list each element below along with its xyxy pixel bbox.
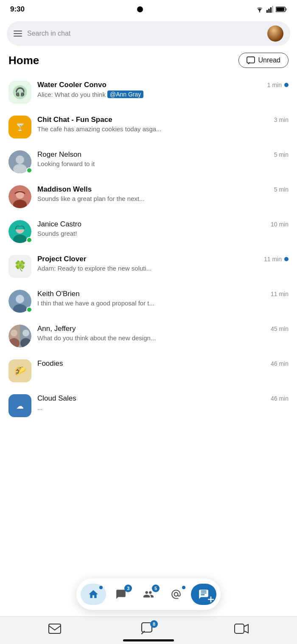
chat-item-water-cooler[interactable]: 🎧 Water Cooler Convo 1 min Alice: What d… bbox=[0, 75, 297, 110]
chat-item-chit-chat[interactable]: 🍸 Chit Chat - Fun Space 3 min The cafe h… bbox=[0, 110, 297, 144]
chat-item-ann-jeffery[interactable]: Ann, Jeffery 45 min What do you think ab… bbox=[0, 319, 297, 353]
chat-name: Water Cooler Convo bbox=[37, 81, 264, 89]
svg-text:🍸: 🍸 bbox=[16, 123, 25, 132]
chat-name: Maddison Wells bbox=[37, 185, 271, 194]
chat-name: Project Clover bbox=[37, 255, 261, 263]
user-avatar[interactable] bbox=[267, 25, 283, 42]
chat-time: 46 min bbox=[271, 395, 289, 402]
nav-people[interactable]: 5 bbox=[136, 584, 161, 605]
chat-avatar-cloud-sales: ☁ bbox=[8, 394, 31, 417]
signal-icon bbox=[266, 6, 273, 13]
unread-label: Unread bbox=[258, 56, 280, 64]
online-indicator bbox=[26, 167, 32, 173]
svg-point-24 bbox=[16, 295, 24, 303]
bottom-video[interactable] bbox=[234, 624, 249, 634]
online-indicator bbox=[26, 237, 32, 243]
home-indicator bbox=[123, 639, 174, 641]
chat-time: 5 min bbox=[274, 151, 289, 158]
bottom-mail[interactable] bbox=[48, 624, 61, 634]
page-title: Home bbox=[8, 54, 39, 67]
chat-content-cloud-sales: Cloud Sales 46 min ... bbox=[37, 394, 289, 411]
chat-preview: ... bbox=[37, 404, 289, 411]
status-icons bbox=[255, 6, 287, 13]
chat-preview: Looking forward to it bbox=[37, 160, 289, 167]
battery-icon bbox=[276, 6, 287, 12]
chat-content-janice: Janice Castro 10 min Sounds great! bbox=[37, 220, 289, 237]
unread-dot bbox=[284, 83, 289, 87]
chat-avatar-clover: 🍀 bbox=[8, 255, 31, 278]
chat-time: 10 min bbox=[271, 221, 289, 228]
chat-name: Roger Nelson bbox=[37, 150, 271, 159]
chat-item-cloud-sales[interactable]: ☁ Cloud Sales 46 min ... bbox=[0, 388, 297, 423]
chat-time: 5 min bbox=[274, 186, 289, 193]
chat-badge: 3 bbox=[124, 585, 132, 592]
svg-rect-38 bbox=[235, 624, 244, 633]
chat-avatar-foodies: 🌮 bbox=[8, 359, 31, 382]
chat-item-roger-nelson[interactable]: Roger Nelson 5 min Looking forward to it bbox=[0, 144, 297, 179]
chat-name: Janice Castro bbox=[37, 220, 267, 229]
chat-avatar-ann-jeffery bbox=[8, 325, 31, 347]
unread-button[interactable]: Unread bbox=[238, 53, 289, 68]
chat-content-roger: Roger Nelson 5 min Looking forward to it bbox=[37, 150, 289, 167]
chat-time: 11 min bbox=[264, 256, 289, 263]
unread-dot bbox=[284, 257, 289, 261]
chat-preview: Sounds great! bbox=[37, 230, 289, 237]
chat-item-maddison-wells[interactable]: Maddison Wells 5 min Sounds like a great… bbox=[0, 179, 297, 214]
chat-filter-icon bbox=[247, 56, 255, 64]
chat-list: 🎧 Water Cooler Convo 1 min Alice: What d… bbox=[0, 75, 297, 423]
chat-content-water-cooler: Water Cooler Convo 1 min Alice: What do … bbox=[37, 81, 289, 98]
home-nav-dot bbox=[99, 586, 103, 589]
chat-avatar-janice bbox=[8, 220, 31, 243]
status-time: 9:30 bbox=[10, 5, 25, 14]
svg-rect-36 bbox=[49, 624, 61, 633]
svg-point-27 bbox=[11, 330, 17, 336]
chat-content-ann-jeffery: Ann, Jeffery 45 min What do you think ab… bbox=[37, 325, 289, 342]
chat-preview: Sounds like a great plan for the next... bbox=[37, 195, 289, 202]
people-badge: 5 bbox=[152, 585, 160, 592]
chat-preview: The cafe has amazing cookies today asga.… bbox=[37, 125, 289, 133]
nav-home[interactable] bbox=[81, 584, 106, 605]
svg-text:☁: ☁ bbox=[16, 402, 24, 410]
nav-compose[interactable] bbox=[191, 584, 216, 605]
chat-avatar-water-cooler: 🎧 bbox=[8, 81, 31, 104]
chat-preview: Alice: What do you think @Ann Gray bbox=[37, 90, 289, 98]
chat-preview: Adam: Ready to explore the new soluti... bbox=[37, 265, 289, 272]
camera-pill bbox=[137, 6, 143, 12]
online-indicator bbox=[26, 307, 32, 313]
nav-mention[interactable] bbox=[163, 584, 189, 605]
svg-point-30 bbox=[22, 330, 29, 336]
chat-preview: What do you think about the new design..… bbox=[37, 334, 289, 342]
chat-time: 11 min bbox=[271, 291, 289, 297]
chat-time: 3 min bbox=[274, 116, 289, 123]
status-bar: 9:30 bbox=[0, 0, 297, 17]
mention-tag: @Ann Gray bbox=[107, 90, 143, 98]
svg-rect-2 bbox=[268, 8, 269, 13]
chat-preview: I thin that we have a good proposal for … bbox=[37, 299, 289, 307]
chat-name: Chit Chat - Fun Space bbox=[37, 116, 271, 124]
search-placeholder: Search in chat bbox=[27, 30, 262, 37]
chat-content-foodies: Foodies 46 min bbox=[37, 359, 289, 369]
chat-avatar-maddison bbox=[8, 185, 31, 208]
home-header: Home Unread bbox=[0, 53, 297, 75]
chat-avatar-roger-nelson bbox=[8, 150, 31, 173]
svg-text:🌮: 🌮 bbox=[14, 365, 26, 376]
chat-avatar-chit-chat: 🍸 bbox=[8, 116, 31, 138]
svg-rect-6 bbox=[276, 8, 284, 11]
svg-text:🎧: 🎧 bbox=[15, 87, 25, 97]
chat-time: 1 min bbox=[267, 82, 289, 88]
chat-name: Foodies bbox=[37, 359, 267, 368]
svg-rect-4 bbox=[272, 6, 273, 13]
chat-item-foodies[interactable]: 🌮 Foodies 46 min bbox=[0, 353, 297, 388]
svg-point-14 bbox=[16, 155, 24, 164]
svg-rect-7 bbox=[286, 8, 287, 11]
bottom-chat-flag[interactable]: 8 bbox=[141, 622, 154, 636]
menu-icon[interactable] bbox=[14, 31, 22, 37]
chat-item-keith-obrien[interactable]: Keith O'Brien 11 min I thin that we have… bbox=[0, 284, 297, 319]
svg-rect-3 bbox=[270, 7, 272, 13]
chat-item-project-clover[interactable]: 🍀 Project Clover 11 min Adam: Ready to e… bbox=[0, 249, 297, 284]
svg-rect-1 bbox=[266, 10, 268, 13]
svg-point-0 bbox=[259, 11, 261, 13]
chat-item-janice-castro[interactable]: Janice Castro 10 min Sounds great! bbox=[0, 214, 297, 249]
nav-chat[interactable]: 3 bbox=[108, 584, 134, 605]
search-bar[interactable]: Search in chat bbox=[7, 21, 290, 46]
